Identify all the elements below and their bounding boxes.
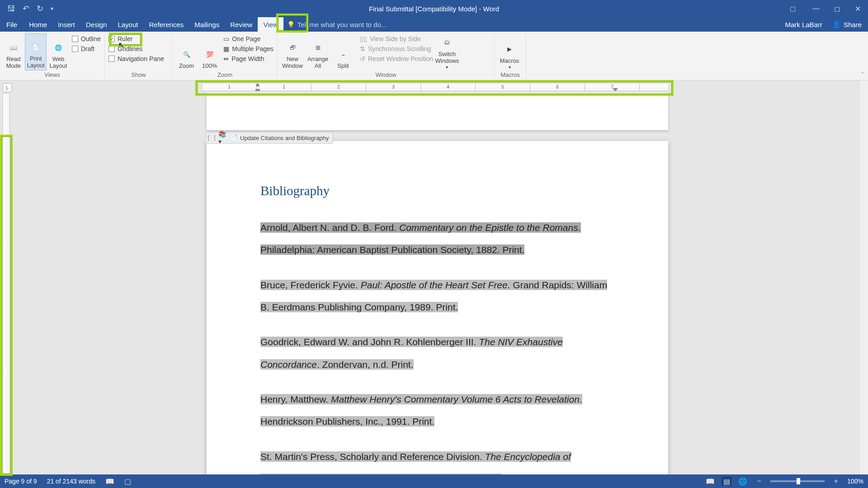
tab-home[interactable]: Home (24, 17, 52, 32)
arrange-all-button[interactable]: ⊞ Arrange All (306, 33, 330, 70)
vertical-ruler[interactable] (3, 93, 10, 474)
zoom-icon: 🔍 (179, 47, 194, 62)
close-icon[interactable]: ✕ (847, 0, 868, 17)
menu-bar: File Home Insert Design Layout Reference… (0, 17, 868, 32)
window-group-label: Window (280, 71, 491, 79)
window-title: Final Submittal [Compatibility Mode] - W… (369, 5, 499, 13)
split-button[interactable]: ⫠ Split (331, 33, 355, 70)
tab-file[interactable]: File (0, 17, 24, 32)
synchronous-scrolling-button: ⇅Synchronous Scrolling (360, 45, 433, 52)
switch-windows-icon: 🗂 (440, 36, 454, 50)
page-indicator[interactable]: Page 9 of 9 (5, 478, 37, 485)
first-line-indent-marker[interactable] (255, 83, 260, 86)
bibliography-field[interactable]: Bibliography Arnold, Albert N. and D. B.… (260, 183, 615, 474)
navpane-check-icon (108, 56, 115, 62)
sync-scroll-icon: ⇅ (360, 45, 365, 52)
tell-me-placeholder: Tell me what you want to do... (297, 21, 387, 28)
tab-design[interactable]: Design (80, 17, 113, 32)
user-name[interactable]: Mark LaBarr (785, 21, 822, 28)
word-count[interactable]: 21 of 2143 words (47, 478, 95, 485)
side-by-side-icon: ▯▯ (360, 35, 367, 42)
zoom-slider[interactable] (770, 480, 825, 482)
split-icon: ⫠ (336, 47, 350, 62)
update-citations-icon[interactable]: 📄 (229, 134, 237, 142)
draft-view-button[interactable]: Draft (72, 45, 101, 52)
tell-me-search[interactable]: 💡 Tell me what you want to do... (283, 21, 387, 28)
macros-button[interactable]: ▶ Macros ▾ (497, 33, 522, 70)
new-window-button[interactable]: 🗗 New Window (280, 33, 305, 70)
save-icon[interactable]: 🖫 (7, 4, 15, 14)
maximize-icon[interactable]: ◻ (826, 0, 847, 17)
hanging-indent-marker[interactable] (255, 89, 260, 91)
undo-icon[interactable]: ↶ (23, 4, 29, 14)
document-page[interactable]: ⋮⋮ 📚▾ 📄 Update Citations and Bibliograph… (207, 141, 668, 474)
field-handle-icon[interactable]: ⋮⋮ (208, 134, 216, 142)
redo-icon[interactable]: ↻ (37, 4, 43, 14)
outline-view-button[interactable]: Outline (72, 35, 101, 42)
tab-selector[interactable]: L (3, 83, 12, 92)
tab-mailings[interactable]: Mailings (189, 17, 225, 32)
ribbon-display-options-icon[interactable]: ▢ (790, 5, 796, 12)
zoom-group-label: Zoom (175, 71, 274, 79)
web-layout-view-icon[interactable]: 🌐 (738, 477, 748, 486)
ruler-row: L 1 1 2 3 4 5 6 7 (0, 80, 868, 93)
share-label: Share (844, 21, 862, 28)
read-mode-label: Read Mode (6, 56, 21, 70)
tab-review[interactable]: Review (225, 17, 258, 32)
show-group-label: Show (108, 71, 170, 79)
print-layout-view-icon[interactable]: ▤ (722, 477, 731, 486)
zoom-slider-thumb[interactable] (797, 478, 800, 484)
bibliography-dropdown-icon[interactable]: 📚▾ (218, 134, 226, 142)
document-area: ⋮⋮ 📚▾ 📄 Update Citations and Bibliograph… (0, 93, 860, 474)
outline-icon (72, 36, 78, 42)
web-layout-label: Web Layout (49, 56, 67, 70)
bibliography-entry: Bruce, Frederick Fyvie. Paul: Apostle of… (260, 274, 615, 319)
page-width-icon: ⇔ (223, 55, 229, 62)
ruler-check-icon: ✓ (108, 36, 115, 42)
macro-recording-icon[interactable]: ▢ (124, 477, 131, 486)
read-mode-button[interactable]: 📖 Read Mode (3, 33, 24, 70)
right-indent-marker[interactable] (613, 88, 618, 91)
macros-group-label: Macros (497, 71, 523, 79)
minimize-icon[interactable]: — (806, 0, 826, 17)
horizontal-ruler[interactable]: 1 1 2 3 4 5 6 7 (202, 83, 669, 91)
zoom-level[interactable]: 100% (847, 478, 863, 485)
status-bar: Page 9 of 9 21 of 2143 words 📖 ▢ 📖 ▤ 🌐 −… (0, 474, 868, 488)
update-citations-label[interactable]: Update Citations and Bibliography (240, 135, 329, 141)
view-side-by-side-button: ▯▯View Side by Side (360, 35, 433, 42)
share-icon: 👤 (832, 20, 841, 28)
qat-customize-icon[interactable]: ▾ (51, 5, 53, 12)
vertical-scrollbar[interactable] (860, 80, 868, 474)
navigation-pane-checkbox[interactable]: Navigation Pane (108, 55, 164, 62)
tab-view[interactable]: View (258, 17, 283, 32)
page-width-button[interactable]: ⇔Page Width (223, 55, 274, 62)
zoom-in-button[interactable]: + (831, 477, 841, 486)
tab-references[interactable]: References (143, 17, 189, 32)
bibliography-title: Bibliography (260, 183, 615, 198)
gridlines-checkbox[interactable]: Gridlines (108, 45, 164, 52)
web-layout-button[interactable]: 🌐 Web Layout (47, 33, 69, 70)
read-mode-view-icon[interactable]: 📖 (705, 477, 715, 486)
collapse-ribbon-icon[interactable]: ˆ (862, 72, 863, 78)
new-window-icon: 🗗 (285, 41, 300, 55)
zoom-out-button[interactable]: − (754, 477, 764, 486)
zoom-100-button[interactable]: 💯 100% (198, 33, 221, 70)
spelling-status-icon[interactable]: 📖 (105, 477, 114, 486)
chevron-down-icon: ▾ (509, 65, 511, 70)
reset-window-position-button: ↺Reset Window Position (360, 55, 433, 62)
share-button[interactable]: 👤 Share (832, 20, 862, 28)
web-layout-icon: 🌐 (51, 41, 66, 55)
ruler-checkbox[interactable]: ✓Ruler (108, 35, 164, 42)
zoom-100-icon: 💯 (203, 47, 217, 62)
one-page-icon: ▭ (223, 35, 229, 42)
multiple-pages-button[interactable]: ▦Multiple Pages (223, 45, 274, 52)
tab-insert[interactable]: Insert (52, 17, 80, 32)
zoom-button[interactable]: 🔍 Zoom (175, 33, 198, 70)
bibliography-field-control[interactable]: ⋮⋮ 📚▾ 📄 Update Citations and Bibliograph… (205, 132, 333, 144)
tab-layout[interactable]: Layout (112, 17, 143, 32)
read-mode-icon: 📖 (6, 41, 21, 55)
one-page-button[interactable]: ▭One Page (223, 35, 274, 42)
print-layout-button[interactable]: 📄 Print Layout (25, 33, 47, 70)
previous-page-bottom (207, 93, 668, 130)
switch-windows-button[interactable]: 🗂 Switch Windows ▾ (435, 33, 459, 70)
